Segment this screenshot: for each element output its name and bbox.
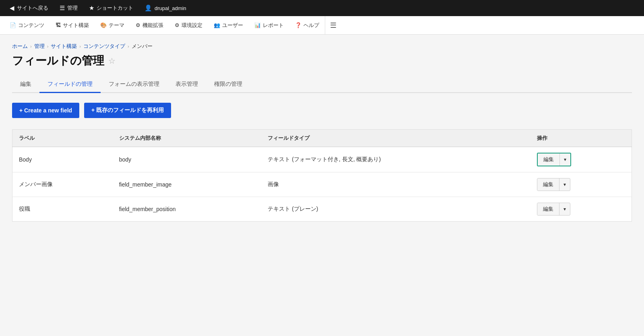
page-content: ホーム › 管理 › サイト構築 › コンテンツタイプ › メンバー フィールド…: [0, 35, 644, 336]
table-row: Bodybodyテキスト (フォーマット付き, 長文, 概要あり)編集▾: [12, 147, 632, 172]
menu-icon: ☰: [60, 4, 65, 12]
cell-label: Body: [12, 147, 113, 172]
config-icon: ⚙: [175, 22, 180, 28]
tab-display[interactable]: 表示管理: [167, 77, 206, 93]
table-row: 役職field_member_positionテキスト (プレーン)編集▾: [12, 197, 632, 222]
nav-structure[interactable]: 🏗 サイト構築: [50, 16, 95, 34]
favorite-star-icon[interactable]: ☆: [108, 56, 116, 66]
cell-machine-name: body: [113, 147, 262, 172]
tab-fields[interactable]: フィールドの管理: [39, 77, 101, 93]
cell-field-type: 画像: [261, 172, 530, 197]
nav-appearance[interactable]: 🎨 テーマ: [95, 16, 130, 34]
edit-button[interactable]: 編集: [537, 203, 559, 215]
user-icon: 👤: [144, 4, 152, 12]
breadcrumb-sep-1: ›: [30, 44, 32, 49]
page-title-row: フィールドの管理 ☆: [12, 53, 632, 68]
breadcrumb-structure[interactable]: サイト構築: [51, 43, 77, 50]
reuse-existing-field-button[interactable]: + 既存のフィールドを再利用: [84, 103, 171, 118]
reports-icon: 📊: [254, 22, 261, 28]
people-icon: 👥: [214, 22, 220, 28]
edit-dropdown-button[interactable]: ▾: [559, 204, 570, 214]
breadcrumb-content-type[interactable]: コンテンツタイプ: [83, 43, 125, 50]
breadcrumb-current: メンバー: [132, 43, 153, 50]
nav-help[interactable]: ❓ ヘルプ: [289, 16, 325, 34]
cell-operations: 編集▾: [530, 147, 632, 172]
breadcrumb-manage[interactable]: 管理: [34, 43, 45, 50]
action-buttons: + Create a new field + 既存のフィールドを再利用: [12, 103, 632, 118]
breadcrumb-home[interactable]: ホーム: [12, 43, 28, 50]
col-header-label: ラベル: [12, 130, 113, 147]
edit-button-group: 編集▾: [537, 153, 571, 166]
cell-label: 役職: [12, 197, 113, 222]
main-nav: 📄 コンテンツ 🏗 サイト構築 🎨 テーマ ⚙ 機能拡張 ⚙ 環境設定 👥 ユー…: [0, 16, 644, 35]
admin-bar: ◀ サイトへ戻る ☰ 管理 ★ ショートカット 👤 drupal_admin: [0, 0, 644, 16]
star-filled-icon: ★: [89, 4, 94, 12]
cell-field-type: テキスト (プレーン): [261, 197, 530, 222]
help-icon: ❓: [295, 22, 301, 28]
page-title: フィールドの管理: [12, 53, 104, 68]
cell-label: メンバー画像: [12, 172, 113, 197]
col-header-machine-name: システム内部名称: [113, 130, 262, 147]
admin-bar-manage[interactable]: ☰ 管理: [54, 0, 83, 16]
nav-content[interactable]: 📄 コンテンツ: [4, 16, 50, 34]
edit-button-group: 編集▾: [537, 203, 570, 216]
breadcrumb: ホーム › 管理 › サイト構築 › コンテンツタイプ › メンバー: [12, 43, 632, 50]
col-header-field-type: フィールドタイプ: [261, 130, 530, 147]
cell-operations: 編集▾: [530, 197, 632, 222]
structure-icon: 🏗: [56, 22, 61, 28]
edit-button-group: 編集▾: [537, 178, 570, 191]
breadcrumb-sep-2: ›: [47, 44, 49, 49]
breadcrumb-sep-3: ›: [79, 44, 81, 49]
tab-form-display[interactable]: フォームの表示管理: [101, 77, 167, 93]
nav-reports[interactable]: 📊 レポート: [249, 16, 289, 34]
back-icon: ◀: [10, 4, 14, 12]
edit-button[interactable]: 編集: [537, 178, 559, 191]
fields-table: ラベル システム内部名称 フィールドタイプ 操作 Bodybodyテキスト (フ…: [12, 129, 632, 222]
extend-icon: ⚙: [136, 22, 140, 28]
edit-button[interactable]: 編集: [538, 153, 559, 166]
cell-field-type: テキスト (フォーマット付き, 長文, 概要あり): [261, 147, 530, 172]
table-header-row: ラベル システム内部名称 フィールドタイプ 操作: [12, 130, 632, 147]
edit-dropdown-button[interactable]: ▾: [559, 179, 570, 190]
content-icon: 📄: [10, 22, 16, 28]
admin-bar-back-to-site[interactable]: ◀ サイトへ戻る: [4, 0, 54, 16]
tab-permissions[interactable]: 権限の管理: [206, 77, 250, 93]
nav-extend[interactable]: ⚙ 機能拡張: [130, 16, 169, 34]
breadcrumb-sep-4: ›: [128, 44, 129, 49]
admin-bar-user[interactable]: 👤 drupal_admin: [139, 0, 192, 16]
nav-toggle-icon[interactable]: ☰: [325, 16, 341, 34]
admin-bar-shortcuts[interactable]: ★ ショートカット: [83, 0, 139, 16]
create-new-field-button[interactable]: + Create a new field: [12, 103, 79, 118]
tabs: 編集 フィールドの管理 フォームの表示管理 表示管理 権限の管理: [12, 77, 632, 93]
cell-machine-name: field_member_image: [113, 172, 262, 197]
nav-people[interactable]: 👥 ユーザー: [208, 16, 249, 34]
edit-dropdown-button[interactable]: ▾: [560, 154, 570, 165]
tab-edit[interactable]: 編集: [12, 77, 39, 93]
nav-config[interactable]: ⚙ 環境設定: [169, 16, 208, 34]
col-header-operations: 操作: [530, 130, 632, 147]
appearance-icon: 🎨: [100, 22, 107, 28]
cell-operations: 編集▾: [530, 172, 632, 197]
cell-machine-name: field_member_position: [113, 197, 262, 222]
table-row: メンバー画像field_member_image画像編集▾: [12, 172, 632, 197]
